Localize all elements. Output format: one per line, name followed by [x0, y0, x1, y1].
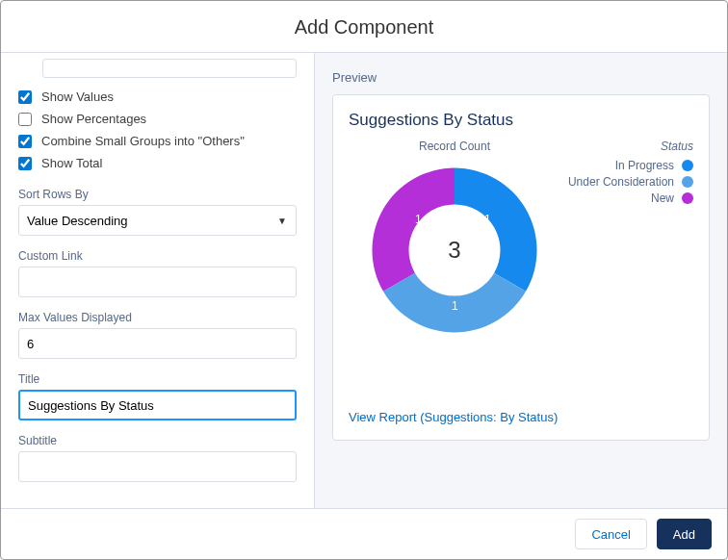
sort-rows-select[interactable]: Value Descending [18, 205, 297, 236]
dialog-body: Show Values Show Percentages Combine Sma… [1, 53, 727, 508]
legend-label: In Progress [615, 159, 674, 172]
show-percentages-checkbox-row[interactable]: Show Percentages [18, 112, 297, 126]
preview-panel: Preview Suggestions By Status Record Cou… [315, 53, 727, 508]
chart-total: 3 [448, 237, 460, 264]
dialog-title: Add Component [1, 16, 727, 38]
legend-label: New [651, 191, 674, 205]
subtitle-input[interactable] [18, 451, 297, 482]
slice-new [373, 168, 455, 292]
cancel-button[interactable]: Cancel [575, 519, 646, 549]
show-total-label: Show Total [41, 156, 102, 170]
title-label: Title [18, 372, 297, 386]
dialog-header: Add Component [1, 1, 727, 53]
show-percentages-checkbox[interactable] [18, 113, 32, 126]
show-values-checkbox-row[interactable]: Show Values [18, 89, 297, 104]
legend-item-under-consideration: Under Consideration [560, 175, 693, 189]
sort-rows-label: Sort Rows By [18, 188, 297, 201]
slice-in-progress [455, 168, 536, 292]
legend-swatch-icon [682, 160, 693, 171]
record-count-label: Record Count [419, 140, 490, 153]
donut-chart: 3 1 1 1 [363, 159, 546, 342]
chart-legend: Status In Progress Under Consideration N… [560, 140, 693, 410]
max-values-input[interactable] [18, 328, 297, 359]
collapsed-field[interactable] [42, 59, 297, 78]
view-report-link[interactable]: View Report (Suggestions: By Status) [349, 410, 693, 424]
show-values-label: Show Values [41, 89, 114, 104]
preview-label: Preview [332, 70, 710, 85]
preview-card: Suggestions By Status Record Count 3 1 1 [332, 94, 710, 441]
slice-label-new: 1 [415, 213, 422, 226]
title-input[interactable] [18, 390, 297, 420]
chart-title: Suggestions By Status [349, 111, 693, 130]
chart-area: Record Count 3 1 1 1 [349, 140, 560, 410]
custom-link-input[interactable] [18, 267, 297, 297]
show-percentages-label: Show Percentages [41, 112, 146, 126]
slice-label-under-consideration: 1 [452, 299, 458, 313]
legend-item-new: New [560, 191, 693, 205]
custom-link-label: Custom Link [18, 249, 297, 263]
legend-item-in-progress: In Progress [560, 159, 693, 172]
max-values-label: Max Values Displayed [18, 311, 297, 324]
combine-small-label: Combine Small Groups into "Others" [41, 134, 245, 148]
show-total-checkbox-row[interactable]: Show Total [18, 156, 297, 170]
show-values-checkbox[interactable] [18, 90, 32, 104]
combine-small-checkbox[interactable] [18, 135, 32, 148]
legend-swatch-icon [682, 176, 693, 188]
legend-title: Status [560, 140, 693, 153]
legend-label: Under Consideration [568, 175, 674, 189]
combine-small-checkbox-row[interactable]: Combine Small Groups into "Others" [18, 134, 297, 148]
legend-swatch-icon [682, 192, 693, 204]
add-button[interactable]: Add [657, 519, 712, 549]
dialog-footer: Cancel Add [1, 508, 727, 559]
config-panel: Show Values Show Percentages Combine Sma… [1, 53, 315, 508]
slice-label-in-progress: 1 [484, 213, 491, 226]
show-total-checkbox[interactable] [18, 157, 32, 170]
subtitle-label: Subtitle [18, 434, 297, 447]
